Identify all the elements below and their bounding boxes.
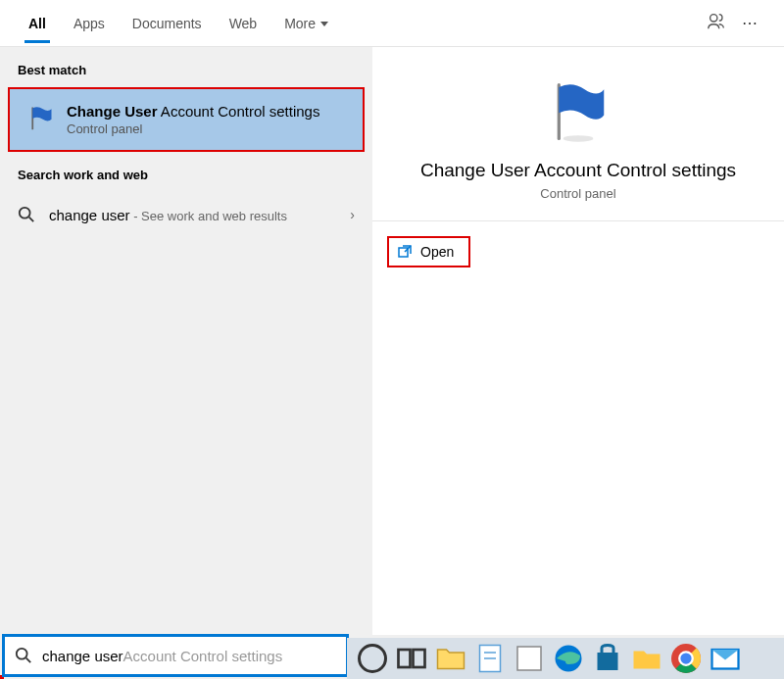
svg-rect-9: [414, 650, 425, 667]
svg-point-3: [564, 135, 594, 142]
chevron-down-icon: [320, 22, 328, 26]
file-explorer-icon[interactable]: [433, 641, 468, 676]
svg-rect-8: [399, 650, 411, 667]
result-title: Change User Account Control settings: [67, 103, 319, 120]
svg-line-2: [29, 218, 34, 222]
svg-point-7: [360, 646, 386, 672]
search-typed: change user: [42, 648, 123, 664]
edge-icon[interactable]: [551, 641, 586, 676]
svg-point-1: [20, 208, 30, 218]
result-sub: Control panel: [67, 121, 319, 136]
cortana-icon[interactable]: [355, 641, 390, 676]
svg-rect-13: [517, 647, 541, 670]
detail-title: Change User Account Control settings: [392, 160, 764, 181]
chrome-icon[interactable]: [668, 641, 704, 676]
explorer-icon[interactable]: [629, 641, 664, 676]
flag-icon: [544, 76, 612, 145]
more-options-icon[interactable]: ⋯: [742, 14, 760, 32]
tab-documents[interactable]: Documents: [119, 4, 216, 43]
web-result-row[interactable]: change user - See work and web results ›: [0, 192, 372, 237]
taskbar: [347, 638, 784, 679]
search-icon: [18, 206, 35, 223]
open-button[interactable]: Open: [387, 236, 470, 267]
web-result-label: change user - See work and web results: [49, 207, 287, 223]
tab-web[interactable]: Web: [216, 4, 271, 43]
result-change-uac[interactable]: Change User Account Control settings Con…: [8, 87, 365, 152]
search-icon: [15, 647, 32, 664]
task-view-icon[interactable]: [394, 641, 429, 676]
svg-point-0: [710, 14, 717, 21]
app-icon[interactable]: [512, 641, 547, 676]
results-panel: Best match Change User Account Control s…: [0, 47, 372, 635]
mail-icon[interactable]: [708, 641, 743, 676]
open-icon: [397, 244, 413, 260]
best-match-label: Best match: [0, 47, 372, 87]
web-section-label: Search work and web: [0, 152, 372, 192]
detail-panel: Change User Account Control settings Con…: [372, 47, 784, 635]
flag-icon: [27, 104, 55, 135]
svg-line-6: [26, 658, 31, 663]
rewards-icon[interactable]: [706, 11, 727, 36]
tab-apps[interactable]: Apps: [60, 4, 119, 43]
chevron-right-icon: ›: [350, 207, 355, 222]
search-suggest: Account Control settings: [123, 648, 283, 664]
tab-more[interactable]: More: [270, 4, 342, 43]
search-input[interactable]: change user Account Control settings: [2, 634, 349, 677]
store-icon[interactable]: [590, 641, 625, 676]
detail-sub: Control panel: [392, 186, 764, 201]
svg-point-5: [17, 649, 27, 659]
notepad-icon[interactable]: [472, 641, 508, 676]
filter-tabs: All Apps Documents Web More ⋯: [0, 0, 784, 47]
tab-all[interactable]: All: [15, 4, 60, 43]
